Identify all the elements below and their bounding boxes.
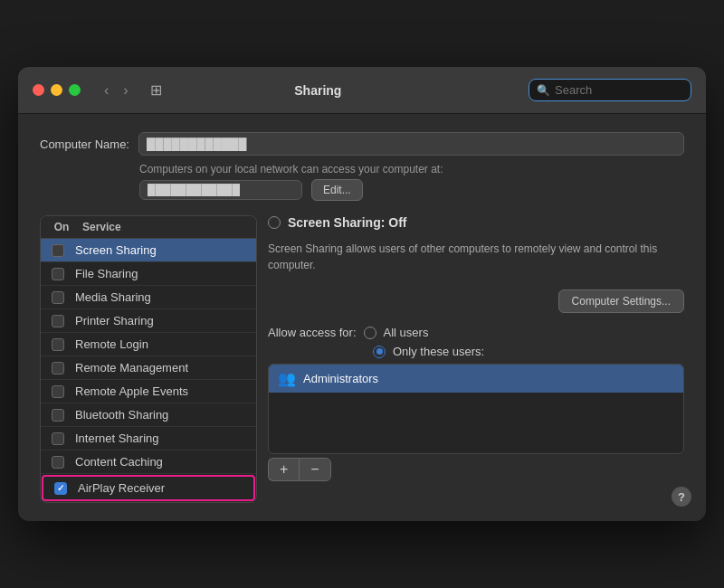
service-label-file-sharing: File Sharing [75, 267, 138, 280]
content-area: Computer Name: Computers on your local n… [18, 114, 706, 521]
service-checkbox-printer-sharing[interactable] [52, 315, 64, 327]
window-title: Sharing [119, 83, 518, 98]
computer-name-row: Computer Name: [40, 132, 684, 156]
service-detail-title: Screen Sharing: Off [288, 215, 406, 230]
users-list: 👥 Administrators [268, 364, 684, 454]
service-checkbox-internet-sharing[interactable] [52, 432, 64, 445]
local-address-row: Edit... [139, 179, 684, 201]
service-checkbox-remote-management[interactable] [52, 362, 64, 375]
list-header-on: On [41, 221, 82, 233]
service-label-bluetooth-sharing: Bluetooth Sharing [75, 408, 168, 422]
local-network-text: Computers on your local network can acce… [139, 163, 684, 175]
add-user-button[interactable]: + [268, 458, 299, 481]
list-header-service: Service [82, 221, 121, 233]
computer-settings-button[interactable]: Computer Settings... [558, 289, 684, 313]
service-status-radio [268, 216, 281, 229]
edit-button[interactable]: Edit... [311, 179, 363, 201]
service-item-internet-sharing[interactable]: Internet Sharing [41, 427, 256, 450]
service-item-file-sharing[interactable]: File Sharing [41, 262, 256, 286]
service-item-remote-management[interactable]: Remote Management [41, 356, 256, 380]
detail-area: Screen Sharing: Off Screen Sharing allow… [268, 215, 684, 503]
all-users-radio[interactable] [364, 327, 376, 339]
computer-name-label: Computer Name: [40, 138, 129, 151]
main-area: On Service Screen SharingFile SharingMed… [40, 215, 684, 503]
service-label-remote-management: Remote Management [75, 361, 188, 375]
back-button[interactable]: ‹ [99, 79, 114, 102]
service-label-remote-apple-events: Remote Apple Events [75, 384, 188, 398]
service-item-remote-apple-events[interactable]: Remote Apple Events [41, 380, 256, 403]
service-checkbox-airplay-receiver[interactable] [54, 482, 67, 495]
service-item-airplay-receiver[interactable]: AirPlay Receiver [42, 475, 255, 501]
search-icon: 🔍 [537, 84, 550, 97]
service-list: On Service Screen SharingFile SharingMed… [40, 215, 257, 503]
service-checkbox-file-sharing[interactable] [52, 268, 64, 280]
service-label-printer-sharing: Printer Sharing [75, 314, 154, 327]
service-title-row: Screen Sharing: Off [268, 215, 684, 230]
help-button[interactable]: ? [672, 487, 691, 507]
service-label-remote-login: Remote Login [75, 337, 148, 351]
service-label-screen-sharing: Screen Sharing [75, 243, 157, 257]
all-users-label: All users [384, 326, 429, 339]
titlebar: ‹ › ⊞ Sharing 🔍 [18, 67, 706, 114]
only-these-users-label: Only these users: [393, 345, 484, 358]
access-section: Allow access for: All users Only these u… [268, 326, 684, 481]
service-item-content-caching[interactable]: Content Caching [41, 450, 256, 474]
traffic-lights [33, 84, 81, 96]
remove-user-button[interactable]: − [299, 458, 330, 481]
service-item-printer-sharing[interactable]: Printer Sharing [41, 309, 256, 333]
user-name: Administrators [303, 372, 378, 385]
service-label-media-sharing: Media Sharing [75, 290, 151, 304]
user-group-icon: 👥 [278, 370, 296, 387]
access-label-row: Allow access for: All users [268, 326, 684, 339]
service-item-bluetooth-sharing[interactable]: Bluetooth Sharing [41, 403, 256, 427]
service-checkbox-content-caching[interactable] [52, 456, 64, 469]
service-item-remote-login[interactable]: Remote Login [41, 333, 256, 356]
user-item-administrators[interactable]: 👥 Administrators [269, 365, 683, 393]
service-checkbox-media-sharing[interactable] [52, 291, 64, 304]
list-header: On Service [41, 216, 256, 239]
maximize-button[interactable] [69, 84, 81, 96]
service-label-internet-sharing: Internet Sharing [75, 432, 159, 445]
service-label-airplay-receiver: AirPlay Receiver [78, 481, 165, 495]
service-checkbox-remote-apple-events[interactable] [52, 385, 64, 398]
allow-access-label: Allow access for: [268, 326, 357, 339]
local-address-input[interactable] [139, 180, 302, 200]
service-label-content-caching: Content Caching [75, 455, 163, 469]
minimize-button[interactable] [51, 84, 62, 96]
service-description: Screen Sharing allows users of other com… [268, 241, 684, 273]
service-checkbox-bluetooth-sharing[interactable] [52, 409, 64, 422]
service-checkbox-remote-login[interactable] [52, 338, 64, 351]
only-these-users-row: Only these users: [373, 345, 684, 358]
computer-name-input[interactable] [138, 132, 684, 156]
service-item-screen-sharing[interactable]: Screen Sharing [41, 239, 256, 262]
service-item-media-sharing[interactable]: Media Sharing [41, 286, 256, 309]
service-checkbox-screen-sharing[interactable] [52, 244, 64, 257]
list-actions: + − [268, 458, 684, 481]
search-input[interactable] [555, 83, 681, 97]
service-items-container: Screen SharingFile SharingMedia SharingP… [41, 239, 256, 501]
close-button[interactable] [33, 84, 44, 96]
only-these-users-radio[interactable] [373, 346, 386, 358]
search-bar: 🔍 [529, 79, 691, 101]
